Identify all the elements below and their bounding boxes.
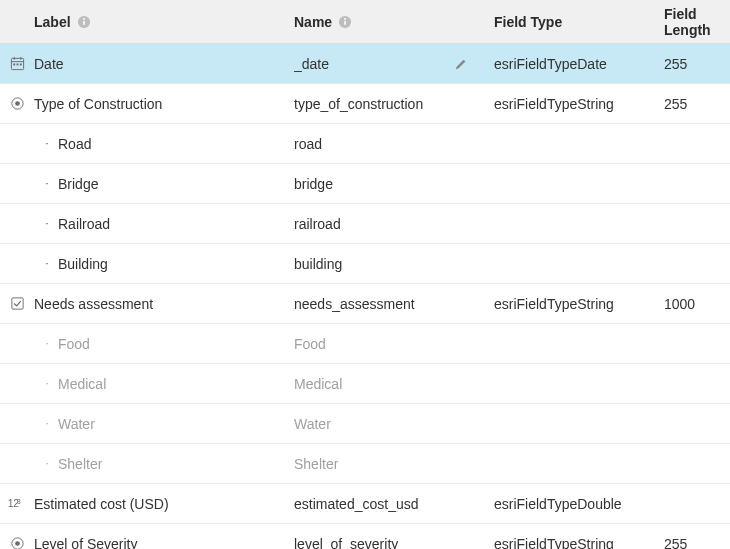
- row-type-cell: esriFieldTypeString: [494, 536, 664, 550]
- row-label-cell: ·Medical: [34, 376, 294, 392]
- row-label-text: Building: [58, 256, 108, 272]
- table-row[interactable]: Date_dateesriFieldTypeDate255: [0, 44, 730, 84]
- row-name-cell: type_of_construction: [294, 96, 494, 112]
- bullet-icon: ·: [42, 138, 52, 149]
- row-label-cell: ·Water: [34, 416, 294, 432]
- row-name-cell: needs_assessment: [294, 296, 494, 312]
- row-length-cell: 255: [664, 96, 730, 112]
- row-label-cell: ·Railroad: [34, 216, 294, 232]
- row-label-text: Estimated cost (USD): [34, 496, 169, 512]
- row-label-cell: Level of Severity: [34, 536, 294, 550]
- table-row[interactable]: Type of Constructiontype_of_construction…: [0, 84, 730, 124]
- row-label-text: Food: [58, 336, 90, 352]
- info-icon[interactable]: [338, 15, 352, 29]
- row-length-text: 255: [664, 96, 687, 112]
- header-name-text: Name: [294, 14, 332, 30]
- row-label-cell: ·Bridge: [34, 176, 294, 192]
- header-label-text: Label: [34, 14, 71, 30]
- row-type-cell: esriFieldTypeDate: [494, 56, 664, 72]
- svg-point-5: [344, 17, 346, 19]
- bullet-icon: ·: [42, 338, 52, 349]
- row-name-cell: Medical: [294, 376, 494, 392]
- row-icon-cell: [0, 96, 34, 111]
- row-label-text: Date: [34, 56, 64, 72]
- bullet-icon: ·: [42, 458, 52, 469]
- edit-icon[interactable]: [454, 57, 468, 71]
- table-subrow[interactable]: ·WaterWater: [0, 404, 730, 444]
- row-type-text: esriFieldTypeString: [494, 96, 614, 112]
- radio-icon: [10, 536, 25, 549]
- row-label-text: Water: [58, 416, 95, 432]
- radio-icon: [10, 96, 25, 111]
- row-label-text: Road: [58, 136, 91, 152]
- row-name-text: estimated_cost_usd: [294, 496, 419, 512]
- row-name-text: road: [294, 136, 322, 152]
- row-name-text: level_of_severity: [294, 536, 398, 550]
- info-icon[interactable]: [77, 15, 91, 29]
- table-subrow[interactable]: ·Railroadrailroad: [0, 204, 730, 244]
- table-header-row: Label Name Field Type Field Length: [0, 0, 730, 44]
- header-label-cell: Label: [0, 14, 294, 30]
- row-name-cell: level_of_severity: [294, 536, 494, 550]
- row-label-text: Medical: [58, 376, 106, 392]
- row-name-text: Food: [294, 336, 326, 352]
- row-type-text: esriFieldTypeDate: [494, 56, 607, 72]
- bullet-icon: ·: [42, 258, 52, 269]
- row-length-cell: 255: [664, 56, 730, 72]
- row-label-cell: ·Building: [34, 256, 294, 272]
- number-icon: [7, 496, 27, 511]
- row-type-text: esriFieldTypeDouble: [494, 496, 622, 512]
- svg-rect-1: [83, 20, 85, 24]
- row-name-cell: Shelter: [294, 456, 494, 472]
- row-length-cell: 255: [664, 536, 730, 550]
- row-icon-cell: [0, 536, 34, 549]
- bullet-icon: ·: [42, 178, 52, 189]
- table-subrow[interactable]: ·ShelterShelter: [0, 444, 730, 484]
- table-subrow[interactable]: ·Bridgebridge: [0, 164, 730, 204]
- row-name-cell: _date: [294, 56, 494, 72]
- table-row[interactable]: Needs assessmentneeds_assessmentesriFiel…: [0, 284, 730, 324]
- table-row[interactable]: Estimated cost (USD)estimated_cost_usdes…: [0, 484, 730, 524]
- row-length-text: 255: [664, 536, 687, 550]
- svg-rect-4: [344, 20, 346, 24]
- row-length-text: 255: [664, 56, 687, 72]
- row-type-cell: esriFieldTypeString: [494, 296, 664, 312]
- row-name-cell: railroad: [294, 216, 494, 232]
- bullet-icon: ·: [42, 218, 52, 229]
- row-length-text: 1000: [664, 296, 695, 312]
- row-name-text: Water: [294, 416, 331, 432]
- row-label-cell: Needs assessment: [34, 296, 294, 312]
- row-icon-cell: [0, 496, 34, 511]
- row-name-cell: Food: [294, 336, 494, 352]
- row-type-text: esriFieldTypeString: [494, 296, 614, 312]
- svg-point-2: [83, 17, 85, 19]
- row-icon-cell: [0, 56, 34, 71]
- row-icon-cell: [0, 296, 34, 311]
- row-label-cell: ·Shelter: [34, 456, 294, 472]
- table-subrow[interactable]: ·MedicalMedical: [0, 364, 730, 404]
- row-name-text: Medical: [294, 376, 342, 392]
- row-label-cell: Estimated cost (USD): [34, 496, 294, 512]
- row-type-cell: esriFieldTypeDouble: [494, 496, 664, 512]
- header-type-cell: Field Type: [494, 14, 664, 30]
- header-type-text: Field Type: [494, 14, 562, 30]
- header-length-cell: Field Length: [664, 6, 730, 38]
- row-name-cell: building: [294, 256, 494, 272]
- row-label-text: Railroad: [58, 216, 110, 232]
- row-name-text: type_of_construction: [294, 96, 423, 112]
- row-label-cell: ·Food: [34, 336, 294, 352]
- table-subrow[interactable]: ·Roadroad: [0, 124, 730, 164]
- row-name-cell: Water: [294, 416, 494, 432]
- row-label-text: Level of Severity: [34, 536, 138, 550]
- row-type-cell: esriFieldTypeString: [494, 96, 664, 112]
- row-label-text: Type of Construction: [34, 96, 162, 112]
- header-name-cell: Name: [294, 14, 494, 30]
- row-name-text: _date: [294, 56, 329, 72]
- bullet-icon: ·: [42, 378, 52, 389]
- table-row[interactable]: Level of Severitylevel_of_severityesriFi…: [0, 524, 730, 549]
- table-subrow[interactable]: ·FoodFood: [0, 324, 730, 364]
- row-name-text: needs_assessment: [294, 296, 415, 312]
- row-type-text: esriFieldTypeString: [494, 536, 614, 550]
- row-name-cell: estimated_cost_usd: [294, 496, 494, 512]
- table-subrow[interactable]: ·Buildingbuilding: [0, 244, 730, 284]
